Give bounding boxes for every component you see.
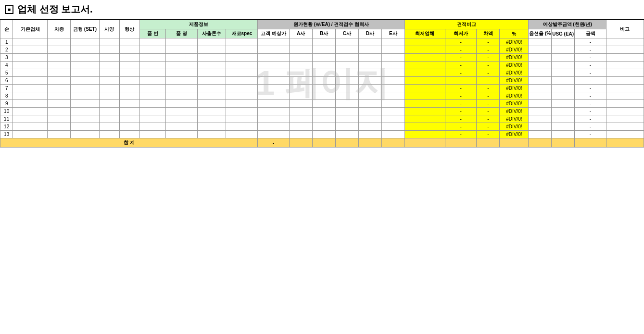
- header-mold: 금형 (SET): [71, 20, 100, 38]
- table-row: 7--#DIV/0!-: [0, 85, 644, 92]
- header-existing: 기존업체: [13, 20, 48, 38]
- cell-empty: [336, 100, 359, 108]
- cell-optrate: [529, 108, 552, 115]
- cell-pct: #DIV/0!: [500, 69, 529, 77]
- cell-empty: [119, 77, 139, 85]
- cell-seq: 12: [0, 123, 13, 131]
- cell-empty: [99, 108, 119, 115]
- cell-empty: [358, 46, 381, 54]
- cell-empty: [336, 131, 359, 138]
- cell-lowest: [404, 46, 445, 54]
- cell-amount: -: [575, 85, 606, 92]
- cell-remark: [606, 46, 644, 54]
- cell-empty: [336, 77, 359, 85]
- cell-empty: [258, 85, 290, 92]
- header-shape: 형상: [119, 20, 139, 38]
- cell-empty: [258, 123, 290, 131]
- cell-seq: 4: [0, 62, 13, 69]
- cell-empty: [119, 108, 139, 115]
- cell-empty: [258, 62, 290, 69]
- cell-empty: [290, 69, 313, 77]
- cell-optrate: [529, 69, 552, 77]
- cell-empty: [99, 54, 119, 62]
- cell-empty: [381, 38, 404, 46]
- header-amount: 금액: [575, 29, 606, 38]
- cell-usg: [552, 92, 575, 100]
- cell-empty: [99, 115, 119, 123]
- cell-empty: [139, 131, 165, 138]
- cell-empty: [48, 108, 71, 115]
- cell-empty: [258, 69, 290, 77]
- cell-diff: -: [477, 100, 500, 108]
- cell-empty: [381, 115, 404, 123]
- cell-empty: [99, 85, 119, 92]
- cell-empty: [99, 46, 119, 54]
- cell-remark: [606, 77, 644, 85]
- cell-lowprice: -: [445, 108, 477, 115]
- cell-empty: [197, 115, 226, 123]
- cell-empty: [381, 46, 404, 54]
- cell-empty: [381, 92, 404, 100]
- cell-empty: [258, 100, 290, 108]
- cell-empty: [71, 92, 100, 100]
- cell-seq: 3: [0, 54, 13, 62]
- cell-empty: [313, 38, 336, 46]
- cell-empty: [313, 108, 336, 115]
- title-text: 업체 선정 보고서.: [17, 3, 93, 16]
- table-row: 9--#DIV/0!-: [0, 100, 644, 108]
- cell-empty: [358, 62, 381, 69]
- cell-empty: [258, 46, 290, 54]
- header-optrate: 옵션율 (%): [529, 29, 552, 38]
- table-row: 1--#DIV/0!-: [0, 38, 644, 46]
- cell-optrate: [529, 62, 552, 69]
- cell-empty: [119, 38, 139, 46]
- cell-lowest: [404, 100, 445, 108]
- cell-diff: -: [477, 123, 500, 131]
- cell-empty: [336, 38, 359, 46]
- header-vendorD: D사: [358, 29, 381, 38]
- cell-empty: [226, 85, 258, 92]
- cell-empty: [13, 85, 48, 92]
- header-pct: %: [500, 29, 529, 38]
- header-seq: 순: [0, 20, 13, 38]
- cell-lowprice: -: [445, 38, 477, 46]
- cell-amount: -: [575, 115, 606, 123]
- cell-optrate: [529, 123, 552, 131]
- cell-empty: [197, 46, 226, 54]
- table-row: 6--#DIV/0!-: [0, 77, 644, 85]
- cell-empty: [71, 131, 100, 138]
- cell-empty: [165, 131, 197, 138]
- cell-empty: [119, 115, 139, 123]
- cell-empty: [71, 38, 100, 46]
- cell-amount: -: [575, 62, 606, 69]
- cell-empty: [290, 92, 313, 100]
- table-row: 5--#DIV/0!-: [0, 69, 644, 77]
- header-diff: 차액: [477, 29, 500, 38]
- cell-lowprice: -: [445, 92, 477, 100]
- cell-pct: #DIV/0!: [500, 115, 529, 123]
- cell-empty: [165, 108, 197, 115]
- cell-empty: [99, 92, 119, 100]
- cell-empty: [381, 123, 404, 131]
- table-row: 10--#DIV/0!-: [0, 108, 644, 115]
- cell-empty: [71, 62, 100, 69]
- cell-amount: -: [575, 69, 606, 77]
- cell-empty: [290, 131, 313, 138]
- cell-empty: [99, 38, 119, 46]
- cell-remark: [606, 131, 644, 138]
- cell-empty: [226, 62, 258, 69]
- cell-optrate: [529, 115, 552, 123]
- cell-empty: [139, 38, 165, 46]
- cell-empty: [119, 54, 139, 62]
- cell-empty: [13, 123, 48, 131]
- cell-empty: [48, 131, 71, 138]
- cell-empty: [313, 62, 336, 69]
- cell-empty: [119, 85, 139, 92]
- cell-pct: #DIV/0!: [500, 77, 529, 85]
- cell-empty: [165, 69, 197, 77]
- cell-empty: [258, 108, 290, 115]
- cell-seq: 7: [0, 85, 13, 92]
- cell-empty: [13, 100, 48, 108]
- header-lowprice: 최저가: [445, 29, 477, 38]
- header-product-group: 제품정보: [139, 20, 258, 29]
